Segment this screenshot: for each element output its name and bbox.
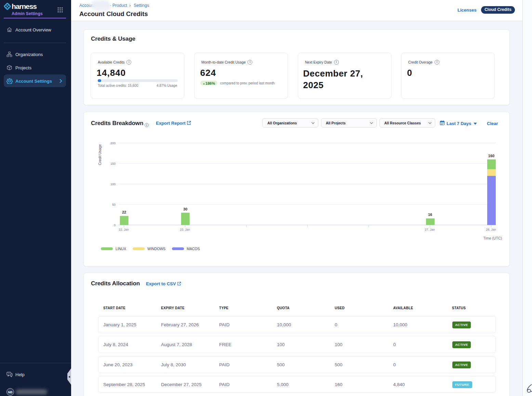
- svg-text:MACOS: MACOS: [187, 247, 200, 251]
- svg-text:160: 160: [488, 154, 494, 158]
- svg-text:0: 0: [114, 223, 116, 227]
- svg-text:30: 30: [183, 207, 187, 211]
- svg-text:LINUX: LINUX: [116, 247, 126, 251]
- svg-text:Time (UTC): Time (UTC): [483, 236, 502, 240]
- svg-text:22: 22: [122, 210, 126, 214]
- svg-text:27. Jan: 27. Jan: [425, 228, 435, 231]
- svg-text:50: 50: [112, 203, 116, 206]
- svg-text:?: ?: [8, 372, 10, 375]
- svg-text:100: 100: [110, 182, 116, 186]
- svg-text:22. Jan: 22. Jan: [119, 228, 129, 231]
- svg-text:WINDOWS: WINDOWS: [147, 247, 165, 251]
- svg-text:16: 16: [428, 213, 432, 217]
- svg-text:200: 200: [110, 141, 116, 145]
- svg-text:23. Jan: 23. Jan: [180, 228, 190, 231]
- svg-text:28. Jan: 28. Jan: [486, 228, 496, 231]
- svg-text:Credit Usage: Credit Usage: [98, 144, 102, 165]
- svg-text:150: 150: [110, 162, 116, 165]
